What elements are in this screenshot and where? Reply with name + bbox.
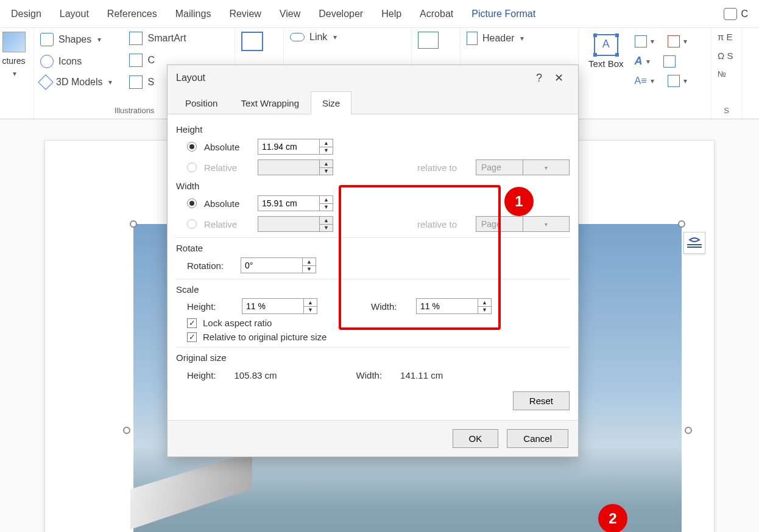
selection-handle[interactable] [130,220,137,228]
tab-view[interactable]: View [280,9,300,19]
scale-width-input[interactable]: ▲▼ [416,298,492,314]
header-icon [467,32,478,45]
selection-handle[interactable] [685,427,692,434]
width-absolute-input[interactable]: ▲▼ [258,195,333,211]
spin-up[interactable]: ▲ [320,196,333,204]
tab-design[interactable]: Design [11,9,41,19]
3d-models-button[interactable]: 3D Models ▾ [40,77,112,88]
original-width-value: 141.11 cm [400,370,443,380]
icons-icon [40,55,54,68]
spin-down[interactable]: ▼ [320,147,333,155]
icons-label: Icons [58,56,82,67]
smartart-icon [129,32,143,45]
close-button[interactable]: ✕ [548,71,570,85]
chevron-down-icon[interactable]: ▾ [13,69,16,78]
tab-acrobat[interactable]: Acrobat [420,9,453,19]
height-relative-radio[interactable] [187,163,197,172]
height-absolute-input[interactable]: ▲▼ [258,139,333,155]
text-box-button[interactable]: Text Box [585,32,627,117]
smartart-button[interactable]: SmartArt [129,32,186,45]
width-relative-to-label: relative to [417,219,464,229]
selection-handle[interactable] [678,220,685,228]
chevron-down-icon: ▾ [523,217,570,231]
width-relative-field [258,217,319,231]
chevron-down-icon: ▾ [523,160,570,175]
tab-references[interactable]: References [107,9,157,19]
width-relative-input: ▲▼ [258,216,333,232]
chevron-down-icon[interactable]: ▾ [333,33,337,41]
height-relative-to-value: Page [476,163,523,172]
tab-size[interactable]: Size [311,91,351,114]
height-relative-field [258,160,319,175]
tab-layout[interactable]: Layout [60,9,89,19]
width-absolute-radio[interactable] [187,198,197,208]
quick-parts-button[interactable]: ▾ [635,35,654,47]
scale-width-label: Width: [371,301,408,312]
signature-icon [668,35,680,47]
rotation-input[interactable]: ▲▼ [241,257,316,273]
spin-up[interactable]: ▲ [478,299,491,307]
cancel-button[interactable]: Cancel [507,429,568,448]
layout-options-button[interactable] [683,232,705,254]
callout-2: 2 [598,504,627,532]
spin-down[interactable]: ▼ [320,204,333,211]
rotate-section-label: Rotate [176,243,570,253]
tab-picture-format[interactable]: Picture Format [471,9,535,19]
height-relative-to-label: relative to [417,163,464,173]
tab-text-wrapping[interactable]: Text Wrapping [229,91,311,114]
lock-aspect-ratio-checkbox[interactable] [187,318,197,328]
online-video-icon[interactable] [241,32,263,51]
tab-developer[interactable]: Developer [319,9,363,19]
tab-mailings[interactable]: Mailings [175,9,211,19]
chart-label: C [147,55,155,66]
scale-section-label: Scale [176,284,570,295]
spin-up[interactable]: ▲ [320,139,333,147]
tab-position[interactable]: Position [174,91,229,114]
date-time-button[interactable] [663,55,676,68]
width-relative-to-dropdown: Page ▾ [476,216,570,232]
chevron-down-icon[interactable]: ▾ [108,78,112,86]
drop-cap-button[interactable]: A≡▾ [635,75,654,86]
number-button[interactable]: № [718,69,735,79]
object-button[interactable]: ▾ [668,75,687,87]
chevron-down-icon[interactable]: ▾ [97,35,101,44]
shapes-button[interactable]: Shapes ▾ [40,33,112,46]
help-button[interactable]: ? [530,72,548,85]
spin-up[interactable]: ▲ [304,299,317,307]
link-button[interactable]: Link ▾ [290,32,405,43]
signature-line-button[interactable]: ▾ [668,35,687,47]
icons-button[interactable]: Icons [40,55,112,68]
original-width-label: Width: [356,370,383,380]
scale-width-field[interactable] [417,299,478,313]
width-relative-radio[interactable] [187,219,197,229]
tab-help[interactable]: Help [381,9,401,19]
tab-review[interactable]: Review [229,9,261,19]
width-relative-to-value: Page [476,219,523,229]
comment-icon[interactable] [418,32,439,49]
symbol-button[interactable]: Ω S [718,51,735,61]
selection-handle[interactable] [123,427,130,434]
wordart-button[interactable]: A▾ [635,55,650,68]
width-absolute-field[interactable] [258,196,319,211]
relative-original-checkbox[interactable] [187,332,197,342]
width-relative-label: Relative [204,219,250,229]
height-absolute-radio[interactable] [187,142,197,152]
height-absolute-field[interactable] [258,139,319,154]
scale-height-input[interactable]: ▲▼ [242,298,317,314]
spin-up[interactable]: ▲ [303,258,316,266]
comments-icon[interactable] [724,8,737,20]
spin-down[interactable]: ▼ [478,307,491,314]
pictures-icon[interactable] [2,32,26,52]
original-size-label: Original size [176,352,570,363]
reset-button[interactable]: Reset [513,391,570,410]
equation-button[interactable]: π E [718,32,735,42]
scale-height-field[interactable] [242,299,303,313]
screenshot-icon [129,75,143,89]
spin-down[interactable]: ▼ [304,307,317,314]
ok-button[interactable]: OK [453,429,499,448]
rotation-field[interactable] [241,258,302,273]
header-button[interactable]: Header ▾ [467,32,572,45]
object-icon [668,75,680,87]
spin-down[interactable]: ▼ [303,266,316,273]
chevron-down-icon[interactable]: ▾ [520,34,524,43]
